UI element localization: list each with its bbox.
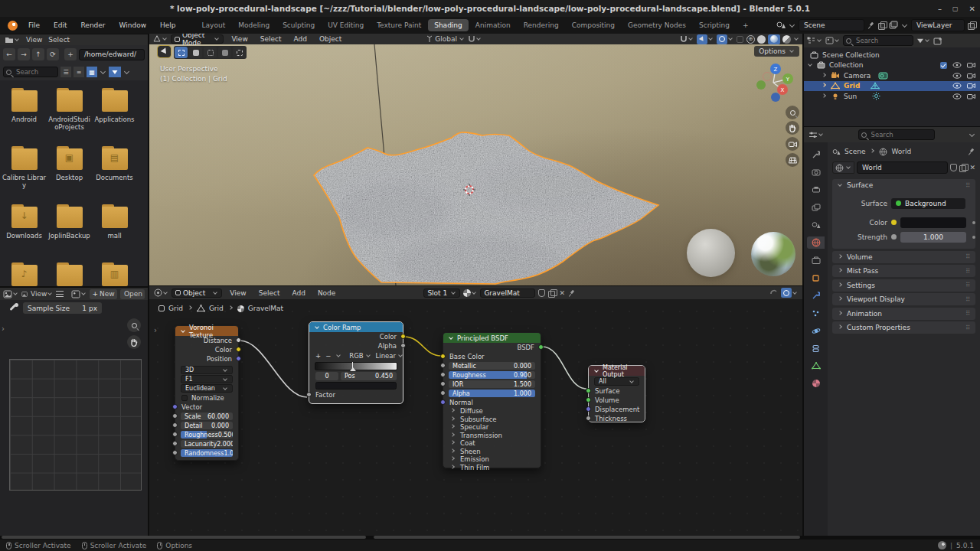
- scene-selector[interactable]: Scene: [799, 19, 864, 31]
- socket-position-output[interactable]: [236, 356, 241, 361]
- tab-modifiers[interactable]: [807, 289, 825, 302]
- panel-sheen[interactable]: Sheen: [443, 448, 541, 456]
- socket-distance-output[interactable]: [236, 337, 241, 343]
- tab-compositing[interactable]: Compositing: [566, 19, 621, 31]
- folder-item[interactable]: ▥: [92, 259, 137, 286]
- socket-color-output[interactable]: [236, 347, 241, 352]
- hide-eye-icon[interactable]: [952, 93, 962, 99]
- ramp-stop-handle[interactable]: [352, 362, 353, 370]
- viewport-view-menu[interactable]: View: [227, 35, 252, 43]
- pin-id-icon[interactable]: [968, 148, 975, 155]
- back-button[interactable]: ←: [3, 48, 15, 60]
- select-intersect-tool-button[interactable]: [233, 47, 246, 58]
- tab-object[interactable]: [807, 272, 825, 284]
- viewport-3d[interactable]: Object Mode View Select Add Object Globa…: [149, 34, 802, 285]
- panel-subsurface[interactable]: Subsurface: [443, 416, 541, 424]
- navigation-gizmo[interactable]: Z Y X: [752, 61, 796, 106]
- scale-slider[interactable]: Scale60.000: [181, 412, 233, 421]
- roughness-slider[interactable]: Roughness0.900: [449, 371, 535, 380]
- image-view-menu[interactable]: View: [31, 290, 53, 298]
- outliner-row-scene-collection[interactable]: Scene Collection: [804, 50, 980, 60]
- editor-type-shader-icon[interactable]: [154, 289, 168, 297]
- socket-alpha-input[interactable]: [440, 390, 446, 396]
- outliner-row-camera[interactable]: Camera: [804, 70, 980, 81]
- new-folder-button[interactable]: +: [64, 48, 77, 60]
- snap-node-icon[interactable]: [769, 289, 778, 297]
- tab-animation[interactable]: Animation: [469, 19, 517, 31]
- normalize-checkbox[interactable]: [181, 395, 188, 401]
- viewport-select-menu[interactable]: Select: [256, 35, 286, 43]
- socket-ramp-color-output[interactable]: [400, 334, 406, 339]
- close-button[interactable]: ✕: [969, 5, 975, 13]
- detail-slider[interactable]: Detail0.000: [181, 422, 233, 430]
- hide-eye-icon[interactable]: [952, 83, 962, 89]
- properties-search[interactable]: [858, 129, 935, 140]
- socket-bsdf-output[interactable]: [538, 344, 544, 350]
- folder-item[interactable]: ♪: [2, 259, 47, 286]
- socket-thickness-input[interactable]: [586, 416, 591, 421]
- viewport-pan-hand-icon[interactable]: [786, 121, 799, 135]
- voronoi-dimensions-dropdown[interactable]: 3D: [181, 366, 233, 374]
- shader-select-menu[interactable]: Select: [254, 289, 285, 297]
- shading-options-chevron[interactable]: [794, 36, 799, 41]
- panel-specular[interactable]: Specular: [443, 423, 541, 432]
- randomness-slider[interactable]: Randomness1.000: [181, 449, 233, 458]
- folder-item[interactable]: ▤Documents: [92, 143, 137, 201]
- tab-modeling[interactable]: Modeling: [232, 19, 276, 31]
- display-thumbnail-button[interactable]: ▦: [87, 67, 97, 77]
- tab-physics[interactable]: [807, 324, 825, 337]
- menus-collapsed-icon[interactable]: [56, 291, 64, 297]
- tab-material[interactable]: [807, 377, 825, 390]
- add-stop-button[interactable]: +: [315, 352, 321, 360]
- socket-roughness-input[interactable]: [440, 372, 446, 377]
- properties-options-chevron[interactable]: [969, 131, 975, 136]
- viewport-add-menu[interactable]: Add: [289, 35, 312, 43]
- node-voronoi-texture[interactable]: Voronoi Texture Distance Color Position …: [175, 325, 239, 461]
- shading-solid-icon[interactable]: [757, 35, 766, 44]
- refresh-button[interactable]: ⟳: [47, 48, 59, 60]
- view-layer-selector[interactable]: ViewLayer: [911, 19, 965, 31]
- folder-item[interactable]: Android: [2, 85, 47, 143]
- unlink-world-icon[interactable]: ✕: [969, 164, 975, 171]
- viewport-perspective-toggle-icon[interactable]: [786, 153, 799, 167]
- remove-stop-button[interactable]: −: [325, 352, 331, 360]
- tab-object-data[interactable]: [807, 360, 825, 372]
- gizmo-axis-minus-z[interactable]: [771, 93, 780, 102]
- editor-type-3d-viewport-icon[interactable]: [152, 35, 168, 43]
- color-ramp-gradient[interactable]: [315, 362, 397, 370]
- select-extend-tool-button[interactable]: [189, 47, 202, 58]
- material-datablock-icon[interactable]: [463, 289, 477, 297]
- new-image-button[interactable]: +New: [90, 289, 116, 299]
- surface-shader-field[interactable]: Background: [891, 198, 965, 209]
- path-field[interactable]: /home/edward/: [79, 49, 145, 60]
- shader-add-menu[interactable]: Add: [287, 289, 309, 297]
- folder-item[interactable]: AndroidStudioProjects: [47, 85, 92, 143]
- voronoi-feature-dropdown[interactable]: F1: [181, 375, 233, 383]
- socket-randomness-input[interactable]: [172, 450, 178, 455]
- tab-collection[interactable]: [807, 254, 825, 266]
- sample-size-field[interactable]: Sample Size1 px: [23, 302, 102, 314]
- ior-slider[interactable]: IOR1.500: [449, 380, 535, 389]
- menu-help[interactable]: Help: [154, 21, 182, 29]
- gizmo-axis-minus-y[interactable]: [763, 73, 772, 81]
- tab-view-layer[interactable]: [807, 201, 825, 214]
- settings-panel[interactable]: Settings⠿: [832, 279, 975, 292]
- transform-orientation-selector[interactable]: Global: [426, 35, 465, 43]
- editor-type-properties-icon[interactable]: [808, 131, 824, 139]
- panel-transmission[interactable]: Transmission: [443, 432, 541, 440]
- stop-position-field[interactable]: Pos0.450: [341, 372, 397, 380]
- tab-output[interactable]: [807, 184, 825, 196]
- custom-properties-panel[interactable]: Custom Properties⠿: [832, 321, 975, 334]
- folder-item[interactable]: ▣Desktop: [47, 143, 92, 201]
- shading-rendered-icon[interactable]: [782, 35, 791, 44]
- tab-tool[interactable]: [807, 148, 825, 161]
- copy-material-icon[interactable]: [548, 289, 556, 297]
- node-color-ramp[interactable]: Color Ramp Color Alpha + − RGB Linear 0 …: [309, 321, 403, 404]
- folder-item[interactable]: mall: [92, 201, 137, 259]
- disable-render-camera-icon[interactable]: [967, 93, 975, 99]
- tab-constraints[interactable]: [807, 342, 825, 354]
- tab-shading[interactable]: Shading: [428, 19, 469, 31]
- eyedropper-tool-icon[interactable]: [6, 302, 18, 314]
- new-collection-icon[interactable]: [933, 37, 942, 45]
- display-size-chevron[interactable]: [100, 68, 106, 73]
